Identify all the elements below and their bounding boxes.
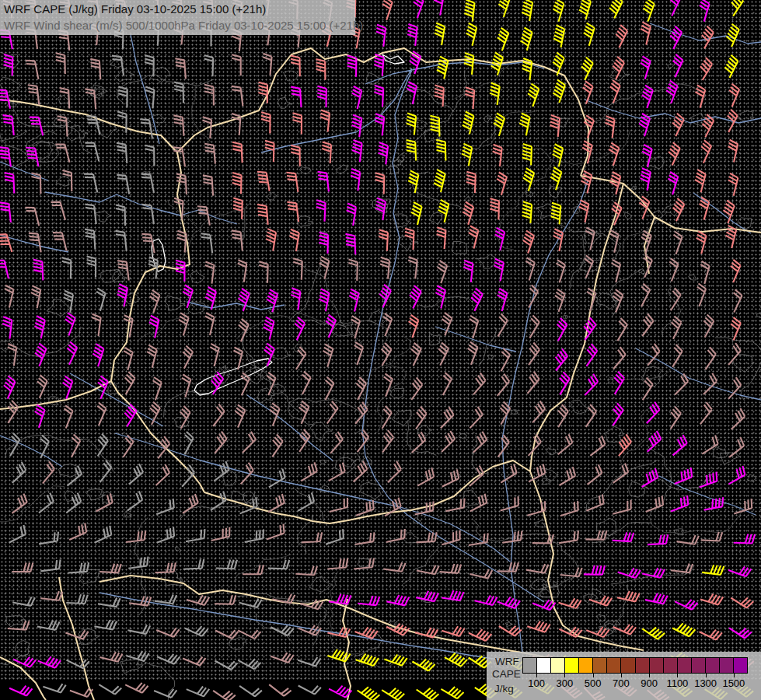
title-line-cape: WRF CAPE (J/kg) Friday 03-10-2025 15:00 …: [4, 2, 266, 16]
colorbar-cell: [692, 658, 706, 673]
colorbar-tick-label: 300: [557, 677, 574, 689]
legend-label-wrf: WRF: [495, 656, 519, 667]
colorbar-tick-label: 900: [641, 677, 658, 689]
colorbar-cell: [579, 658, 593, 673]
colorbar-cell: [565, 658, 579, 673]
colorbar-cell: [621, 658, 635, 673]
colorbar-cell: [523, 658, 537, 673]
map-canvas: [0, 0, 761, 700]
legend-label-unit: J/kg: [494, 683, 514, 695]
colorbar-tick-label: 100: [528, 677, 545, 689]
lake-outlines: [152, 54, 404, 395]
cape-legend: WRF CAPE J/kg 10030050070090011001300150…: [487, 652, 761, 700]
colorbar-cell: [664, 658, 678, 673]
wind-barbs-m: [0, 0, 755, 698]
colorbar-tick-label: 1100: [666, 677, 688, 689]
colorbar-cell: [720, 658, 734, 673]
colorbar-cell: [607, 658, 621, 673]
colorbar-cell: [734, 658, 747, 673]
cape-colorbar: [522, 657, 748, 674]
colorbar-tick-label: 700: [613, 677, 630, 689]
colorbar-cell: [551, 658, 565, 673]
colorbar-tick-label: 500: [585, 677, 602, 689]
title-line-shear: WRF Wind shear (m/s) 500/1000hPa Friday …: [4, 18, 363, 33]
colorbar-cell: [636, 658, 650, 673]
weather-map: WRF CAPE (J/kg) Friday 03-10-2025 15:00 …: [0, 0, 761, 700]
colorbar-cell: [537, 658, 551, 673]
colorbar-tick-label: 1300: [694, 677, 717, 689]
colorbar-cell: [706, 658, 720, 673]
colorbar-cell: [650, 658, 664, 673]
colorbar-cell: [678, 658, 692, 673]
colorbar-tick-label: 1500: [722, 677, 745, 689]
title-box: WRF CAPE (J/kg) Friday 03-10-2025 15:00 …: [0, 0, 355, 35]
colorbar-cell: [593, 658, 607, 673]
legend-label-cape: CAPE: [492, 668, 521, 680]
